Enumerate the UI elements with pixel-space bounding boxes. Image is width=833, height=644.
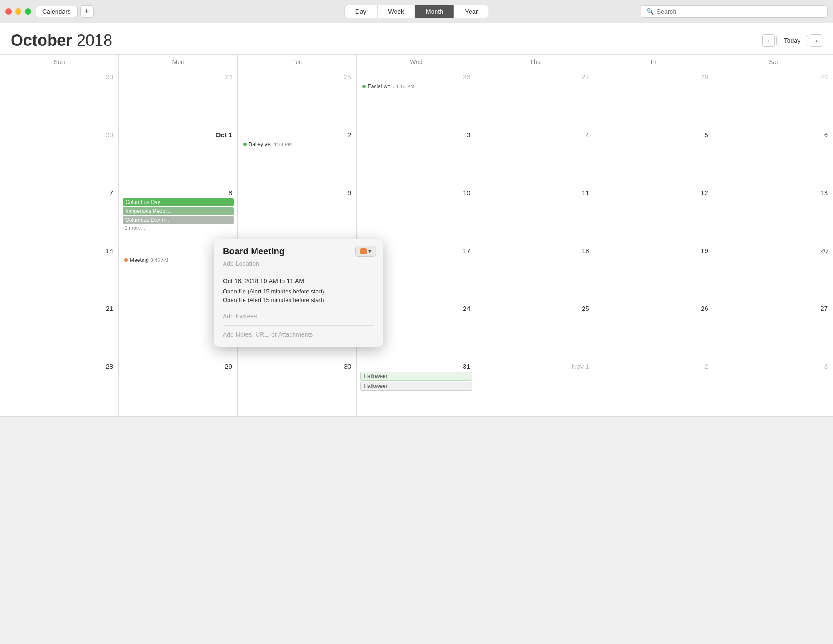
- day-headers: Sun Mon Tue Wed Thu Fri Sat: [0, 54, 833, 69]
- day-number: 8: [122, 188, 234, 198]
- day-header-fri: Fri: [595, 55, 714, 69]
- day-number: 25: [480, 304, 591, 314]
- search-input[interactable]: [657, 8, 822, 15]
- calendar-cell[interactable]: Oct 1: [119, 127, 238, 185]
- event-item[interactable]: Facial wit...1:15 PM: [360, 82, 472, 90]
- day-number: 2: [241, 130, 353, 140]
- day-number: 14: [4, 246, 115, 256]
- more-events-link[interactable]: 1 more...: [122, 225, 234, 231]
- event-pill[interactable]: Indigenous Peopl...: [122, 207, 234, 215]
- calendar-cell[interactable]: 2: [595, 359, 714, 417]
- day-number: 19: [599, 246, 710, 256]
- popup-datetime: Oct 16, 2018 10 AM to 11 AM: [223, 277, 374, 285]
- calendars-button[interactable]: Calendars: [36, 6, 78, 17]
- event-pill[interactable]: Halloween: [360, 372, 472, 381]
- calendar-cell[interactable]: 26: [595, 301, 714, 359]
- calendar-cell[interactable]: 28: [595, 69, 714, 127]
- calendar-cell[interactable]: 28: [0, 359, 119, 417]
- popup-header: Board Meeting ▾: [214, 239, 383, 260]
- calendar-cell[interactable]: 20: [714, 243, 833, 301]
- day-number: 24: [122, 72, 234, 82]
- today-button[interactable]: Today: [776, 35, 808, 46]
- calendar-cell[interactable]: 3: [714, 359, 833, 417]
- calendar-cell[interactable]: 13: [714, 185, 833, 243]
- calendar-cell[interactable]: 11: [476, 185, 595, 243]
- prev-month-button[interactable]: ‹: [762, 34, 775, 47]
- event-time: 1:15 PM: [396, 84, 414, 89]
- calendar-cell[interactable]: 9: [238, 185, 357, 243]
- year-number: 2018: [77, 31, 112, 49]
- event-name: Bailey vet: [249, 141, 272, 147]
- calendar-cell[interactable]: 12: [595, 185, 714, 243]
- calendar-cell[interactable]: 26Facial wit...1:15 PM: [357, 69, 476, 127]
- calendar-cell[interactable]: Nov 1: [476, 359, 595, 417]
- calendar-cell[interactable]: 31HalloweenHalloween: [357, 359, 476, 417]
- day-number: 28: [599, 72, 710, 82]
- calendar-cell[interactable]: 3: [357, 127, 476, 185]
- calendar-cell[interactable]: 27: [714, 301, 833, 359]
- popup-title: Board Meeting: [223, 246, 285, 257]
- event-time: 4:20 PM: [274, 142, 292, 147]
- view-year-button[interactable]: Year: [454, 5, 488, 18]
- calendar-cell[interactable]: 21: [0, 301, 119, 359]
- day-number: 9: [241, 188, 353, 198]
- calendar-cell[interactable]: 6: [714, 127, 833, 185]
- calendar-cell[interactable]: 30: [238, 359, 357, 417]
- calendar-cell[interactable]: 2Bailey vet4:20 PM: [238, 127, 357, 185]
- event-pill[interactable]: Columbus Day: [122, 198, 234, 206]
- day-header-mon: Mon: [119, 55, 238, 69]
- next-month-button[interactable]: ›: [810, 34, 822, 47]
- event-item[interactable]: Bailey vet4:20 PM: [241, 140, 353, 148]
- calendar-cell[interactable]: 29: [714, 69, 833, 127]
- calendar-cell[interactable]: 23: [0, 69, 119, 127]
- day-number: Oct 1: [122, 130, 234, 140]
- event-pill[interactable]: Halloween: [360, 382, 472, 391]
- calendar-cell[interactable]: 4: [476, 127, 595, 185]
- day-header-thu: Thu: [476, 55, 595, 69]
- day-number: 10: [360, 188, 472, 198]
- day-number: 2: [599, 362, 710, 372]
- calendar-cell[interactable]: 24: [119, 69, 238, 127]
- event-dot: [243, 143, 247, 146]
- calendar-cell[interactable]: 25: [238, 69, 357, 127]
- add-calendar-button[interactable]: +: [80, 5, 94, 18]
- calendar-cell[interactable]: 30: [0, 127, 119, 185]
- calendar-cell[interactable]: 25: [476, 301, 595, 359]
- close-button[interactable]: [5, 8, 12, 15]
- calendar-cell[interactable]: 10: [357, 185, 476, 243]
- event-color-dot: [360, 248, 367, 254]
- calendar-cell[interactable]: 7: [0, 185, 119, 243]
- day-number: 30: [4, 130, 115, 140]
- day-header-sat: Sat: [714, 55, 833, 69]
- event-name: Meeting: [130, 257, 149, 263]
- calendar-header: October 2018 ‹ Today ›: [0, 23, 833, 54]
- view-switcher: Day Week Month Year: [344, 5, 489, 18]
- popup-location[interactable]: Add Location: [214, 260, 383, 272]
- day-number: 3: [360, 130, 472, 140]
- popup-color-button[interactable]: ▾: [355, 246, 376, 257]
- day-number: 28: [4, 362, 115, 372]
- minimize-button[interactable]: [15, 8, 21, 15]
- calendar-cell[interactable]: 18: [476, 243, 595, 301]
- calendar-cell[interactable]: 5: [595, 127, 714, 185]
- view-day-button[interactable]: Day: [345, 5, 378, 18]
- calendar-cell[interactable]: 27: [476, 69, 595, 127]
- day-header-tue: Tue: [238, 55, 357, 69]
- event-name: Facial wit...: [368, 83, 394, 90]
- popup-body: Oct 16, 2018 10 AM to 11 AM Open file (A…: [214, 272, 383, 347]
- view-week-button[interactable]: Week: [378, 5, 416, 18]
- calendar-cell[interactable]: 8Columbus DayIndigenous Peopl...Columbus…: [119, 185, 238, 243]
- day-number: 26: [599, 304, 710, 314]
- maximize-button[interactable]: [25, 8, 31, 15]
- popup-notes[interactable]: Add Notes, URL, or Attachments: [223, 329, 374, 342]
- popup-invitees[interactable]: Add Invitees: [223, 311, 374, 322]
- event-dot: [124, 258, 128, 262]
- day-number: 27: [480, 72, 591, 82]
- view-month-button[interactable]: Month: [415, 5, 454, 18]
- calendar-cell[interactable]: 14: [0, 243, 119, 301]
- event-pill[interactable]: Columbus Day (r...: [122, 216, 234, 224]
- day-number: 25: [241, 72, 353, 82]
- calendar-cell[interactable]: 19: [595, 243, 714, 301]
- calendar-cell[interactable]: 29: [119, 359, 238, 417]
- event-popup: Board Meeting ▾ Add Location Oct 16, 201…: [214, 239, 383, 347]
